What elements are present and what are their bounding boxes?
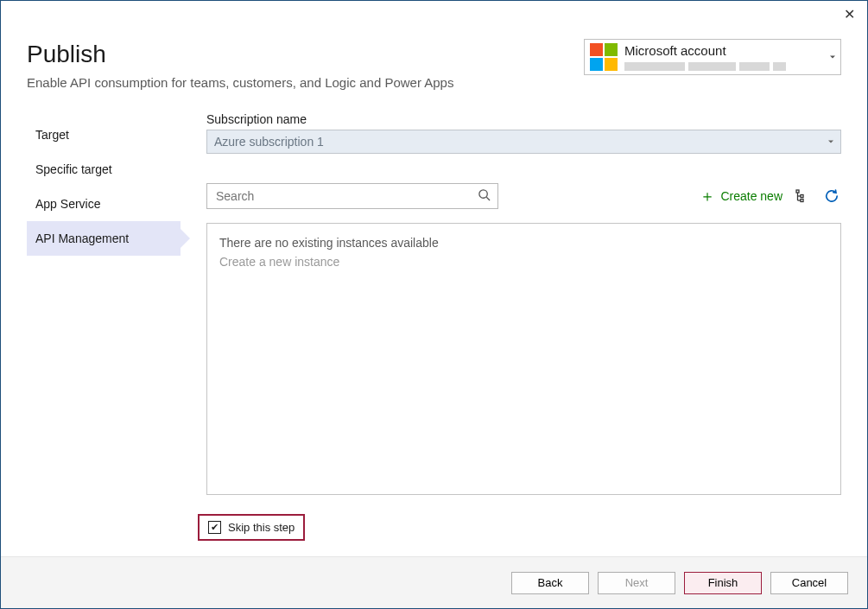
svg-point-0 [479, 190, 487, 198]
account-provider: Microsoft account [624, 43, 786, 59]
sidebar-item-label: Specific target [35, 162, 112, 176]
dialog-body: Target Specific target App Service API M… [1, 112, 867, 556]
publish-dialog: ✕ Publish Enable API consumption for tea… [0, 0, 868, 609]
cancel-button[interactable]: Cancel [770, 572, 848, 594]
sidebar-item-api-management[interactable]: API Management [27, 221, 181, 256]
account-email-redacted [624, 62, 786, 71]
subscription-dropdown[interactable]: Azure subscription 1 [206, 130, 841, 154]
skip-step-checkbox[interactable]: ✔ [208, 521, 221, 534]
search-icon [478, 188, 491, 204]
search-box[interactable] [206, 183, 498, 209]
microsoft-logo-icon [590, 43, 618, 71]
plus-icon: ＋ [700, 188, 715, 204]
skip-step-label: Skip this step [228, 521, 295, 534]
empty-hint: Create a new instance [219, 255, 828, 269]
back-button[interactable]: Back [511, 572, 589, 594]
sidebar-item-target[interactable]: Target [27, 117, 181, 152]
wizard-sidebar: Target Specific target App Service API M… [27, 112, 181, 556]
main-panel: Subscription name Azure subscription 1 [181, 112, 841, 556]
svg-rect-2 [796, 190, 799, 193]
chevron-down-icon [830, 56, 835, 59]
page-title: Publish [27, 41, 453, 68]
tool-row: ＋ Create new [206, 183, 841, 209]
subscription-label: Subscription name [206, 112, 841, 126]
next-button: Next [598, 572, 675, 594]
search-input[interactable] [214, 188, 478, 204]
refresh-icon[interactable] [822, 187, 841, 206]
dialog-footer: Back Next Finish Cancel [1, 556, 867, 608]
subscription-value: Azure subscription 1 [214, 135, 324, 149]
title-block: Publish Enable API consumption for teams… [27, 16, 453, 112]
sidebar-item-label: API Management [35, 232, 129, 245]
sidebar-item-label: Target [35, 128, 69, 142]
create-new-button[interactable]: ＋ Create new [700, 188, 782, 204]
sidebar-item-app-service[interactable]: App Service [27, 187, 181, 221]
page-subtitle: Enable API consumption for teams, custom… [27, 73, 453, 92]
empty-message: There are no existing instances availabl… [219, 236, 828, 250]
sidebar-item-specific-target[interactable]: Specific target [27, 152, 181, 187]
finish-button[interactable]: Finish [684, 572, 762, 594]
svg-line-1 [486, 197, 490, 200]
create-new-label: Create new [720, 189, 782, 203]
sidebar-item-label: App Service [35, 197, 100, 211]
skip-step-highlight: ✔ Skip this step [198, 514, 305, 541]
svg-rect-7 [801, 200, 803, 202]
instances-list[interactable]: There are no existing instances availabl… [206, 223, 841, 495]
tree-view-icon[interactable] [793, 187, 812, 206]
svg-rect-5 [801, 195, 803, 198]
chevron-down-icon [828, 141, 833, 143]
account-picker[interactable]: Microsoft account [584, 39, 841, 75]
close-icon[interactable]: ✕ [844, 8, 855, 22]
account-text: Microsoft account [624, 43, 786, 71]
dialog-header: Publish Enable API consumption for teams… [1, 1, 867, 112]
